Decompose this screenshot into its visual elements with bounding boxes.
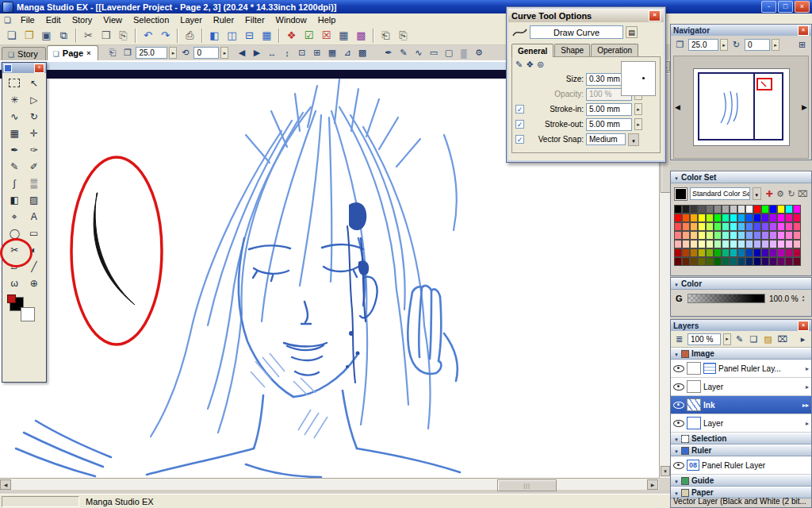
toolbar-undo[interactable]: ↶	[140, 28, 156, 44]
swatch-d9ff80[interactable]	[706, 231, 714, 241]
swatch-ff4d4d[interactable]	[674, 222, 683, 232]
swatch-006666[interactable]	[730, 257, 738, 267]
toolbar-save-all[interactable]: ⧉	[56, 28, 72, 44]
swatch-b3ffff[interactable]	[730, 240, 738, 249]
swatch-ff0000[interactable]	[674, 214, 683, 223]
swatch-ff0055[interactable]	[793, 214, 802, 223]
swatch-0055ff[interactable]	[745, 214, 754, 223]
swatch-bfff4d[interactable]	[706, 222, 714, 232]
navigator-rotate-value[interactable]: 0	[745, 39, 770, 51]
swatch-717171[interactable]	[706, 205, 714, 214]
tool-text[interactable]: A	[25, 208, 44, 225]
swatch-804dff[interactable]	[761, 222, 770, 232]
swatch-ffb3ff[interactable]	[777, 240, 786, 249]
tool-airbrush[interactable]: ▒	[25, 175, 44, 191]
preset-list-icon[interactable]: ▤	[626, 26, 638, 38]
swatch-003cb3[interactable]	[745, 248, 754, 258]
colorset-add-color[interactable]: ✚	[764, 189, 775, 199]
swatch-ccb3ff[interactable]	[761, 240, 770, 249]
swatch-220066[interactable]	[761, 257, 770, 267]
scroll-right-icon[interactable]	[647, 479, 658, 490]
swatch-ffffff[interactable]	[745, 205, 754, 214]
swatch-ffb3cc[interactable]	[793, 240, 802, 249]
option-brush-preset[interactable]: ❖	[526, 60, 534, 70]
toolbar-check-option[interactable]: ☑	[301, 28, 317, 44]
swatch-80ffff[interactable]	[730, 231, 738, 241]
layer-opacity-value[interactable]: 100 %	[688, 333, 721, 345]
stroke-in-input[interactable]: 5.00 mm	[586, 103, 632, 116]
swatch-446600[interactable]	[706, 257, 714, 267]
swatch-0000b3[interactable]	[753, 248, 762, 258]
menu-ruler[interactable]: Ruler	[208, 13, 239, 26]
swatch-cc80ff[interactable]	[769, 231, 778, 241]
toolbar-grid-view[interactable]: ▦	[335, 28, 352, 44]
swatch-4d80ff[interactable]	[745, 222, 754, 232]
swatch-7700b3[interactable]	[769, 248, 778, 258]
collapse-icon[interactable]	[674, 434, 679, 443]
delete-layer-icon[interactable]: ⌧	[776, 333, 788, 345]
toolbar-paste[interactable]: ⎘	[115, 28, 132, 44]
layer-thumbnail[interactable]	[687, 398, 701, 411]
layer-row[interactable]: Layer ▸	[671, 414, 811, 433]
layer-visibility-toggle[interactable]	[673, 399, 684, 410]
toolbar-redo[interactable]: ↷	[157, 28, 174, 44]
swatch-b3ffb3[interactable]	[714, 240, 722, 249]
layer-visibility-toggle[interactable]	[673, 418, 684, 429]
toolbox-close-icon[interactable]: ×	[34, 64, 44, 73]
swatch-ff00ff[interactable]	[793, 205, 802, 214]
collapse-icon[interactable]	[674, 279, 679, 288]
swatch-b3ecff[interactable]	[737, 240, 746, 249]
menu-selection[interactable]: Selection	[128, 13, 174, 26]
zoom-spinner[interactable]	[169, 47, 177, 59]
layer-thumbnail[interactable]	[687, 362, 701, 375]
tool-select-arrow[interactable]: ↖	[25, 75, 44, 91]
swatch-b37700[interactable]	[690, 248, 699, 258]
current-color-swatch[interactable]	[674, 187, 688, 201]
swatch-ff4dff[interactable]	[777, 222, 786, 232]
tool-rotate-canvas[interactable]: ↻	[25, 108, 44, 125]
navigator-options-icon[interactable]: ⊞	[795, 39, 809, 52]
swatch-b3b3ff[interactable]	[753, 240, 762, 249]
swatch-0000ff[interactable]	[769, 205, 778, 214]
stroke-in-checkbox[interactable]	[515, 105, 524, 114]
swatch-0000ff[interactable]	[753, 214, 762, 223]
swatch-ff00ff[interactable]	[777, 214, 786, 223]
tool-eyedropper[interactable]: ⌖	[5, 208, 25, 225]
swatch-004466[interactable]	[737, 257, 746, 267]
swatch-0077b3[interactable]	[737, 248, 746, 258]
swatch-ff804d[interactable]	[682, 222, 691, 232]
dialog-title-bar[interactable]: Curve Tool Options ×	[508, 9, 664, 22]
collapse-icon[interactable]	[674, 173, 679, 182]
horizontal-scroll-thumb[interactable]	[497, 479, 557, 491]
maximize-button[interactable]: □	[778, 1, 793, 13]
accent-color-swatch[interactable]	[7, 294, 16, 303]
draw-tool-settings[interactable]: ⚙	[472, 47, 485, 60]
gray-value[interactable]: 100.0 %	[769, 294, 799, 303]
page-thumbnail-icon[interactable]: ❐	[673, 39, 687, 52]
layer-visibility-toggle[interactable]	[673, 363, 684, 374]
menu-edit[interactable]: Edit	[40, 13, 67, 26]
swatch-660022[interactable]	[793, 257, 802, 267]
swatch-a680ff[interactable]	[761, 231, 770, 241]
swatch-ffcc80[interactable]	[690, 231, 699, 241]
document-icon[interactable]: ❏	[4, 16, 11, 25]
layer-menu-arrow[interactable]: ▸▸	[802, 402, 809, 409]
swatch-e6b3ff[interactable]	[769, 240, 778, 249]
tab-close-icon[interactable]: ×	[86, 49, 90, 57]
tool-tone[interactable]: ▨	[25, 191, 44, 208]
swatch-660066[interactable]	[777, 257, 786, 267]
vector-snap-dropdown-icon[interactable]	[628, 133, 639, 146]
layers-close-icon[interactable]: ×	[798, 321, 809, 331]
swatch-ffccb3[interactable]	[682, 240, 691, 249]
swatch-ffff4d[interactable]	[698, 222, 707, 232]
tool-shape[interactable]: ▭	[25, 225, 44, 241]
swatch-b300b3[interactable]	[777, 248, 786, 258]
rotation-spinner[interactable]	[220, 47, 228, 59]
swatch-ffff80[interactable]	[698, 231, 707, 241]
swatch-00ffff[interactable]	[785, 205, 794, 214]
tool-brush[interactable]: ∫	[5, 175, 25, 191]
toolbar-open[interactable]: ❐	[21, 28, 37, 44]
swatch-00ff00[interactable]	[714, 214, 722, 223]
swatch-ff8080[interactable]	[674, 231, 683, 241]
rotate-view-icon[interactable]: ↻	[730, 39, 743, 52]
